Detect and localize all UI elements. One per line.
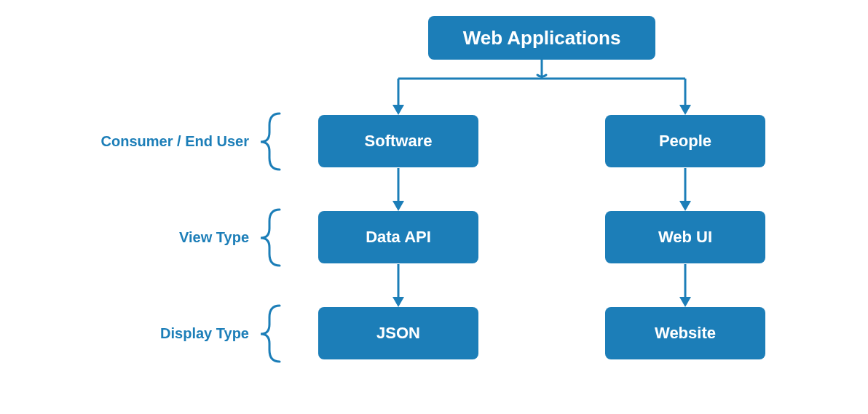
svg-marker-4 bbox=[392, 297, 404, 307]
node-people-label: People bbox=[659, 132, 711, 151]
node-data-api: Data API bbox=[318, 211, 478, 263]
node-json: JSON bbox=[318, 307, 478, 359]
row-label-consumer: Consumer / End User bbox=[82, 133, 249, 150]
node-data-api-label: Data API bbox=[366, 228, 431, 247]
node-website-label: Website bbox=[655, 324, 716, 343]
node-website: Website bbox=[605, 307, 765, 359]
node-web-ui: Web UI bbox=[605, 211, 765, 263]
svg-marker-0 bbox=[392, 105, 404, 115]
node-json-label: JSON bbox=[376, 324, 420, 343]
svg-marker-3 bbox=[679, 201, 691, 211]
row-label-display-type: Display Type bbox=[82, 325, 249, 342]
row-label-view-type: View Type bbox=[82, 229, 249, 246]
svg-marker-5 bbox=[679, 297, 691, 307]
node-web-ui-label: Web UI bbox=[658, 228, 712, 247]
svg-marker-2 bbox=[392, 201, 404, 211]
svg-marker-1 bbox=[679, 105, 691, 115]
node-people: People bbox=[605, 115, 765, 167]
node-software-label: Software bbox=[365, 132, 433, 151]
node-software: Software bbox=[318, 115, 478, 167]
node-root: Web Applications bbox=[428, 16, 655, 60]
node-root-label: Web Applications bbox=[463, 27, 621, 49]
